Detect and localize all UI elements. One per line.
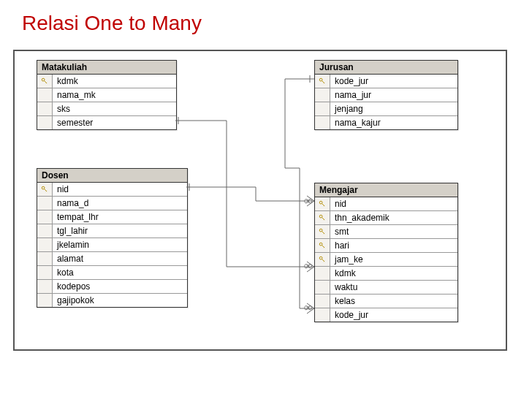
key-empty xyxy=(315,88,330,102)
field-row: waktu xyxy=(315,281,457,294)
field-row: nid xyxy=(315,197,457,211)
primary-key-icon xyxy=(37,75,53,88)
key-empty xyxy=(37,252,53,265)
field-row: kota xyxy=(37,266,187,280)
field-row: kdmk xyxy=(315,267,457,281)
field-name: kdmk xyxy=(330,268,457,278)
field-name: nama_kajur xyxy=(330,118,457,128)
primary-key-icon xyxy=(315,197,330,210)
key-empty xyxy=(37,210,53,224)
key-empty xyxy=(37,266,53,279)
field-row: kodepos xyxy=(37,280,187,294)
key-empty xyxy=(37,294,53,307)
field-name: jam_ke xyxy=(330,254,457,265)
field-row: kelas xyxy=(315,294,457,308)
many-symbol: ∞ xyxy=(304,301,312,314)
field-row: kdmk xyxy=(37,75,176,88)
many-symbol: ∞ xyxy=(304,194,312,208)
field-name: kode_jur xyxy=(330,310,457,320)
field-row: nid xyxy=(37,183,187,197)
field-name: gajipokok xyxy=(53,295,187,305)
field-name: jenjang xyxy=(330,104,457,114)
field-row: smt xyxy=(315,225,457,239)
primary-key-icon xyxy=(315,75,330,88)
field-row: hari xyxy=(315,239,457,253)
field-name: smt xyxy=(330,227,457,237)
field-row: nama_jur xyxy=(315,88,457,102)
field-row: nama_kajur xyxy=(315,116,457,129)
field-row: nama_d xyxy=(37,197,187,210)
many-symbol: ∞ xyxy=(304,259,312,273)
key-empty xyxy=(315,294,330,308)
field-row: kode_jur xyxy=(315,75,457,88)
field-name: nid xyxy=(330,199,457,209)
field-row: kode_jur xyxy=(315,308,457,322)
field-name: jkelamin xyxy=(53,240,187,250)
field-name: nid xyxy=(53,184,187,194)
primary-key-icon xyxy=(315,239,330,252)
key-empty xyxy=(315,308,330,322)
field-name: nama_d xyxy=(53,198,187,208)
field-name: kelas xyxy=(330,296,457,306)
field-name: tgl_lahir xyxy=(53,226,187,236)
field-name: nama_mk xyxy=(53,90,176,100)
field-name: sks xyxy=(53,104,176,114)
table-title-mengajar: Mengajar xyxy=(315,183,457,197)
table-matakuliah: Matakuliah kdmknama_mkskssemester xyxy=(37,60,177,130)
primary-key-icon xyxy=(315,225,330,238)
field-row: thn_akademik xyxy=(315,211,457,225)
field-row: tempat_lhr xyxy=(37,210,187,224)
field-row: semester xyxy=(37,116,176,129)
slide-title: Relasi One to Many xyxy=(0,0,532,42)
key-empty xyxy=(37,238,53,251)
field-name: thn_akademik xyxy=(330,213,457,223)
field-row: tgl_lahir xyxy=(37,224,187,238)
table-title-matakuliah: Matakuliah xyxy=(37,61,176,75)
field-row: nama_mk xyxy=(37,88,176,102)
field-name: nama_jur xyxy=(330,90,457,100)
field-name: waktu xyxy=(330,282,457,292)
key-empty xyxy=(315,116,330,129)
field-name: hari xyxy=(330,240,457,251)
key-empty xyxy=(315,281,330,294)
table-mengajar: Mengajar nidthn_akademiksmtharijam_kekdm… xyxy=(314,183,458,322)
primary-key-icon xyxy=(315,253,330,266)
field-row: jam_ke xyxy=(315,253,457,267)
table-title-jurusan: Jurusan xyxy=(315,61,457,75)
primary-key-icon xyxy=(315,211,330,224)
field-name: kota xyxy=(53,267,187,278)
field-name: semester xyxy=(53,118,176,128)
field-name: kodepos xyxy=(53,281,187,292)
key-empty xyxy=(315,102,330,115)
field-row: sks xyxy=(37,102,176,116)
field-row: jenjang xyxy=(315,102,457,116)
key-empty xyxy=(37,224,53,238)
key-empty xyxy=(37,88,53,102)
key-empty xyxy=(37,280,53,293)
primary-key-icon xyxy=(37,183,53,196)
field-row: gajipokok xyxy=(37,294,187,307)
er-diagram-workspace: Matakuliah kdmknama_mkskssemester Jurusa… xyxy=(13,50,507,351)
key-empty xyxy=(37,102,53,115)
field-name: alamat xyxy=(53,254,187,264)
table-dosen: Dosen nidnama_dtempat_lhrtgl_lahirjkelam… xyxy=(37,168,188,308)
key-empty xyxy=(315,267,330,280)
key-empty xyxy=(37,197,53,210)
table-jurusan: Jurusan kode_jurnama_jurjenjangnama_kaju… xyxy=(314,60,458,130)
field-name: kode_jur xyxy=(330,76,457,86)
field-name: tempat_lhr xyxy=(53,212,187,222)
field-row: jkelamin xyxy=(37,238,187,252)
key-empty xyxy=(37,116,53,129)
field-name: kdmk xyxy=(53,76,176,86)
table-title-dosen: Dosen xyxy=(37,169,187,183)
field-row: alamat xyxy=(37,252,187,266)
